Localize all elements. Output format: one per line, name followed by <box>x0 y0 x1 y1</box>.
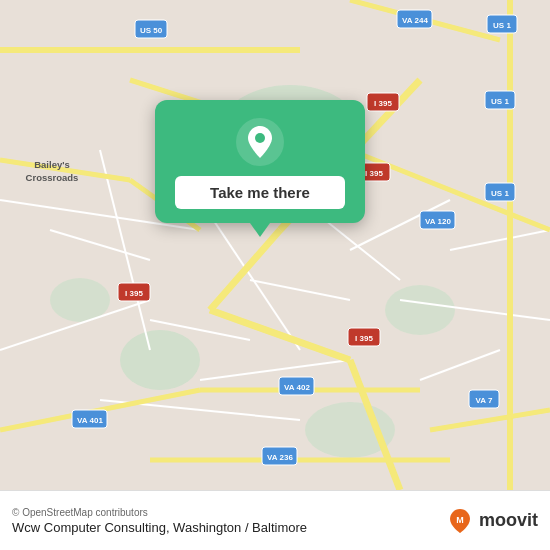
svg-text:VA 401: VA 401 <box>77 416 103 425</box>
svg-text:US 1: US 1 <box>491 189 509 198</box>
svg-text:Crossroads: Crossroads <box>26 172 79 183</box>
svg-text:US 1: US 1 <box>493 21 511 30</box>
osm-attribution: © OpenStreetMap contributors <box>12 507 307 518</box>
take-me-there-button[interactable]: Take me there <box>175 176 345 209</box>
svg-text:I 395: I 395 <box>125 289 143 298</box>
svg-point-3 <box>385 285 455 335</box>
svg-text:VA 402: VA 402 <box>284 383 310 392</box>
moovit-icon: M <box>446 507 474 535</box>
svg-text:US 1: US 1 <box>491 97 509 106</box>
svg-text:I 395: I 395 <box>365 169 383 178</box>
svg-text:M: M <box>456 515 464 525</box>
svg-text:US 50: US 50 <box>140 26 163 35</box>
location-pin-icon <box>236 118 284 166</box>
moovit-brand-label: moovit <box>479 510 538 531</box>
svg-text:VA 244: VA 244 <box>402 16 428 25</box>
moovit-logo: M moovit <box>446 507 538 535</box>
map-container: US 50 VA 244 US 1 I 395 US 1 VA 120 VA I… <box>0 0 550 490</box>
footer-info: © OpenStreetMap contributors Wcw Compute… <box>12 507 307 535</box>
svg-text:VA 120: VA 120 <box>425 217 451 226</box>
svg-text:I 395: I 395 <box>374 99 392 108</box>
svg-text:I 395: I 395 <box>355 334 373 343</box>
svg-point-2 <box>120 330 200 390</box>
map-background: US 50 VA 244 US 1 I 395 US 1 VA 120 VA I… <box>0 0 550 490</box>
svg-point-68 <box>255 133 265 143</box>
svg-text:VA 7: VA 7 <box>476 396 493 405</box>
svg-text:Bailey's: Bailey's <box>34 159 70 170</box>
location-label: Wcw Computer Consulting, Washington / Ba… <box>12 520 307 535</box>
popup-card: Take me there <box>155 100 365 223</box>
footer-bar: © OpenStreetMap contributors Wcw Compute… <box>0 490 550 550</box>
svg-text:VA 236: VA 236 <box>267 453 293 462</box>
